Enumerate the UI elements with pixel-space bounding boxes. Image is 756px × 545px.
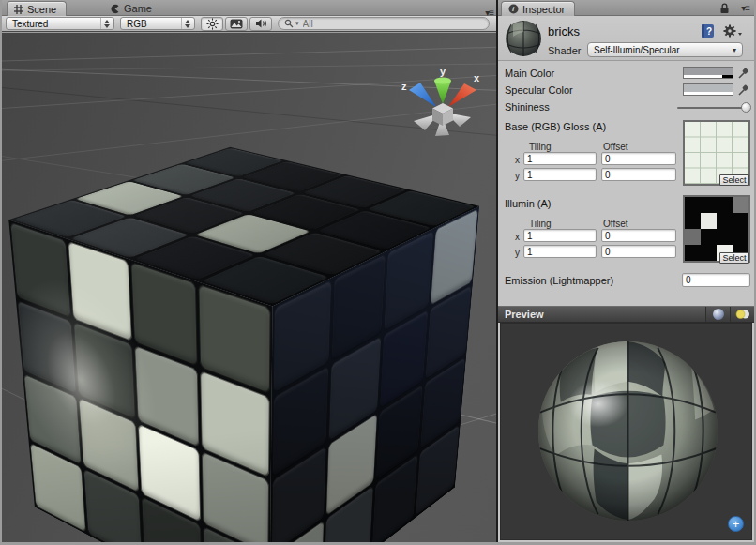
tab-inspector-label: Inspector (522, 4, 565, 15)
illumin-pixel (685, 229, 701, 245)
orientation-gizmo[interactable]: y z x (401, 65, 481, 142)
svg-text:?: ? (706, 26, 712, 37)
specular-color-label: Specular Color (505, 84, 573, 96)
illumin-pixel (685, 213, 701, 229)
tab-game[interactable]: Game (103, 1, 161, 16)
scene-lighting-button[interactable] (201, 17, 223, 31)
base-offset-label: Offset (603, 142, 628, 152)
illumin-pixel (717, 229, 733, 245)
help-button[interactable]: ? (701, 23, 715, 40)
illumin-tiling-x-input[interactable] (523, 229, 597, 242)
illumin-pixel (685, 245, 701, 261)
shader-value: Self-Illumin/Specular (594, 45, 733, 55)
illumin-pixel (733, 229, 748, 245)
sphere-icon (712, 308, 725, 321)
preview-add-button[interactable]: + (728, 516, 744, 532)
main-color-swatch[interactable] (683, 67, 733, 79)
shininess-slider-knob[interactable] (741, 102, 751, 113)
scene-fx-button[interactable] (225, 17, 248, 31)
preview-title: Preview (498, 309, 705, 320)
base-texture-select-button[interactable]: Select (719, 174, 749, 186)
specular-color-alpha-bar (684, 92, 733, 95)
gizmo-z-label: z (401, 81, 407, 92)
search-input[interactable] (301, 18, 483, 30)
gizmo-y-label: y (440, 66, 446, 77)
dropdown-caret-icon: ▾ (733, 46, 736, 54)
scene-panel: Scene Game ▾≡ Textured RGB (2, 0, 496, 542)
specular-color-swatch[interactable] (683, 83, 733, 96)
shininess-slider[interactable] (677, 107, 749, 109)
inspector-tabbar: i Inspector ▾≡ (498, 0, 754, 16)
tab-scene[interactable]: Scene (7, 1, 67, 16)
image-icon (230, 19, 243, 29)
illumin-x-label: x (515, 232, 520, 242)
draw-mode-value: Textured (12, 19, 99, 29)
base-offset-y-input[interactable] (601, 168, 676, 181)
base-tiling-x-input[interactable] (523, 152, 597, 165)
base-offset-x-input[interactable] (601, 152, 676, 165)
illumin-pixel (701, 213, 717, 229)
tab-game-label: Game (124, 3, 152, 14)
draw-mode-dropdown[interactable]: Textured (6, 17, 114, 30)
preview-lighting-button[interactable] (730, 307, 754, 322)
preview-header[interactable]: Preview (498, 306, 754, 323)
illumin-pixel (717, 213, 733, 229)
illumin-pixel (701, 197, 717, 213)
scene-toolbar: Textured RGB (2, 16, 496, 32)
tab-inspector[interactable]: i Inspector (501, 1, 575, 16)
help-book-icon: ? (701, 23, 715, 38)
material-preview-thumbnail[interactable] (504, 19, 543, 58)
illumin-pixel (733, 197, 748, 213)
eyedropper-icon (737, 83, 749, 97)
specular-color-eyedropper[interactable] (737, 83, 749, 97)
preview-mesh-button[interactable] (705, 307, 730, 322)
color-mode-dropdown[interactable]: RGB (120, 17, 195, 30)
illumin-texture-select-button[interactable]: Select (719, 252, 749, 264)
illumin-offset-y-input[interactable] (601, 245, 676, 258)
eyedropper-icon (737, 67, 749, 80)
shininess-label: Shininess (505, 101, 550, 113)
illumin-tiling-label: Tiling (529, 219, 552, 229)
scene-viewport[interactable]: y z x (2, 33, 496, 542)
base-tiling-y-input[interactable] (523, 168, 597, 181)
preview-area[interactable]: + (500, 323, 752, 540)
base-y-label: y (515, 171, 520, 181)
gizmo-z-axis-cone[interactable] (409, 83, 436, 107)
inspector-panel: i Inspector ▾≡ (498, 0, 754, 542)
main-color-label: Main Color (505, 68, 554, 79)
info-icon: i (508, 4, 519, 14)
illumin-pixel (733, 213, 748, 229)
gear-icon (722, 23, 743, 38)
speaker-icon (255, 18, 267, 29)
scene-audio-button[interactable] (249, 17, 272, 31)
base-map-label: Base (RGB) Gloss (A) (505, 121, 606, 132)
illumin-tiling-y-input[interactable] (523, 245, 597, 258)
gizmo-x-axis-cone[interactable] (448, 83, 476, 107)
scene-search-field[interactable]: ▾ (278, 17, 490, 30)
material-header: bricks Shader Self-Illumin/Specular ▾ ? (498, 16, 754, 61)
tab-scene-label: Scene (27, 4, 56, 15)
context-menu-button[interactable] (722, 23, 743, 40)
illumin-pixel (701, 245, 717, 261)
emission-input[interactable] (682, 273, 750, 287)
inspector-lock-button[interactable] (719, 3, 730, 16)
game-icon (110, 4, 120, 14)
main-color-alpha-bar (684, 75, 733, 78)
search-filter-caret-icon[interactable]: ▾ (295, 20, 299, 27)
gizmo-x-label: x (474, 72, 480, 83)
illumin-offset-label: Offset (603, 219, 628, 229)
gizmo-y-axis-cone[interactable] (434, 81, 451, 104)
shader-label: Shader (548, 45, 581, 56)
illumin-pixel (685, 197, 701, 213)
main-color-eyedropper[interactable] (737, 67, 749, 80)
inspector-pane-menu-icon[interactable]: ▾≡ (741, 4, 749, 13)
shader-dropdown[interactable]: Self-Illumin/Specular ▾ (587, 42, 743, 57)
emission-label: Emission (Lightmapper) (505, 275, 613, 286)
illumin-offset-x-input[interactable] (601, 229, 676, 242)
illumin-y-label: y (515, 248, 520, 258)
color-mode-value: RGB (127, 19, 180, 29)
lock-icon (719, 3, 730, 14)
gizmo-center-cube[interactable] (432, 103, 453, 126)
unity-editor-window: Scene Game ▾≡ Textured RGB (0, 0, 756, 545)
sun-icon (206, 18, 219, 30)
